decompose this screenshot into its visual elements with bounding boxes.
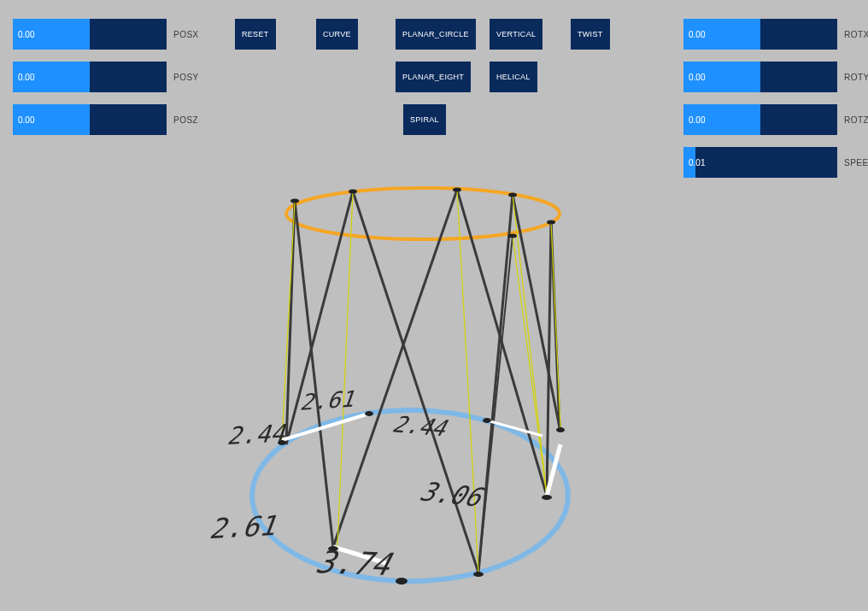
slider-posz[interactable]: 0.00 POSZ [13, 104, 198, 135]
slider-rotz-label: ROTZ [844, 115, 868, 125]
slider-posy-value: 0.00 [18, 73, 34, 82]
node [290, 199, 299, 203]
vertical-button[interactable]: VERTICAL [490, 19, 542, 50]
strut [457, 190, 547, 496]
slider-posx-label: POSX [173, 30, 199, 39]
slider-posx-track[interactable]: 0.00 [13, 19, 167, 50]
cable [457, 190, 478, 573]
node [473, 572, 484, 577]
slider-rotz-track[interactable]: 0.00 [683, 104, 837, 135]
node [556, 427, 565, 432]
strut [478, 236, 513, 573]
highlight-segment [282, 414, 369, 440]
slider-rotx[interactable]: 0.00 ROTX [683, 19, 868, 50]
node [453, 188, 461, 192]
top-ring [286, 188, 560, 239]
slider-rotz-value: 0.00 [689, 115, 705, 125]
slider-speed[interactable]: 0.01 SPEED [683, 147, 868, 178]
node [365, 411, 373, 416]
slider-rotx-value: 0.00 [689, 30, 705, 39]
strut [286, 201, 295, 444]
annotation: 3.06 [416, 477, 489, 513]
node [396, 578, 408, 585]
cable [513, 236, 547, 496]
slider-posy-track[interactable]: 0.00 [13, 62, 167, 92]
planar-circle-button[interactable]: PLANAR_CIRCLE [396, 19, 476, 50]
slider-roty-label: ROTY [844, 73, 868, 82]
slider-speed-value: 0.01 [689, 158, 705, 167]
slider-posz-label: POSZ [173, 115, 198, 125]
annotation: 2.61 [299, 386, 355, 415]
cable [337, 191, 353, 547]
spiral-button[interactable]: SPIRAL [403, 104, 446, 135]
annotation: 2.44 [226, 420, 287, 450]
helical-button[interactable]: HELICAL [490, 62, 537, 92]
twist-button[interactable]: TWIST [571, 19, 610, 50]
strut [286, 191, 353, 444]
strut [353, 191, 478, 573]
node [547, 220, 555, 225]
slider-posz-value: 0.00 [18, 115, 34, 125]
node [278, 440, 286, 445]
strut [478, 195, 513, 573]
strut [513, 195, 560, 427]
slider-rotx-track[interactable]: 0.00 [683, 19, 837, 50]
slider-posy-label: POSY [173, 73, 199, 82]
node [328, 546, 338, 551]
slider-posx[interactable]: 0.00 POSX [13, 19, 199, 50]
slider-rotz[interactable]: 0.00 ROTZ [683, 104, 868, 135]
slider-speed-track[interactable]: 0.01 [683, 147, 837, 178]
node [508, 193, 517, 197]
annotation: 3.74 [312, 543, 396, 583]
strut [551, 222, 560, 427]
highlight-segment [333, 547, 389, 564]
highlight-segment [487, 420, 542, 436]
curve-button[interactable]: CURVE [316, 19, 358, 50]
slider-posx-value: 0.00 [18, 30, 34, 39]
cable [282, 201, 295, 440]
slider-posy[interactable]: 0.00 POSY [13, 62, 199, 92]
node [542, 495, 552, 500]
annotation: 2.61 [208, 509, 278, 545]
slider-rotx-label: ROTX [844, 30, 868, 39]
strut [295, 201, 333, 547]
reset-button[interactable]: RESET [235, 19, 276, 50]
node [483, 418, 491, 423]
node [508, 234, 517, 238]
bottom-ring [252, 410, 568, 581]
slider-roty-track[interactable]: 0.00 [683, 62, 837, 92]
slider-speed-label: SPEED [844, 158, 868, 167]
slider-roty[interactable]: 0.00 ROTY [683, 62, 868, 92]
slider-roty-value: 0.00 [689, 73, 705, 82]
highlight-segment [547, 444, 560, 496]
planar-eight-button[interactable]: PLANAR_EIGHT [396, 62, 471, 92]
node [349, 190, 357, 194]
cable [551, 222, 560, 427]
strut [547, 222, 551, 496]
strut [333, 190, 457, 547]
slider-posz-track[interactable]: 0.00 [13, 104, 167, 135]
annotation: 2.44 [390, 411, 450, 441]
cable [513, 195, 547, 496]
